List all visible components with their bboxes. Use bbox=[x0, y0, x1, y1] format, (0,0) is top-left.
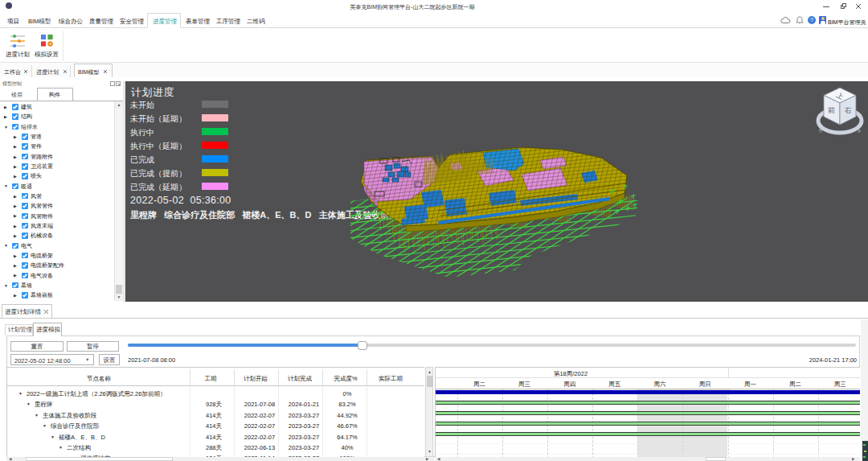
svg-text:右: 右 bbox=[844, 106, 852, 114]
svg-text:西: 西 bbox=[819, 128, 823, 133]
svg-text:东: 东 bbox=[858, 129, 862, 133]
svg-text:前: 前 bbox=[828, 106, 835, 114]
